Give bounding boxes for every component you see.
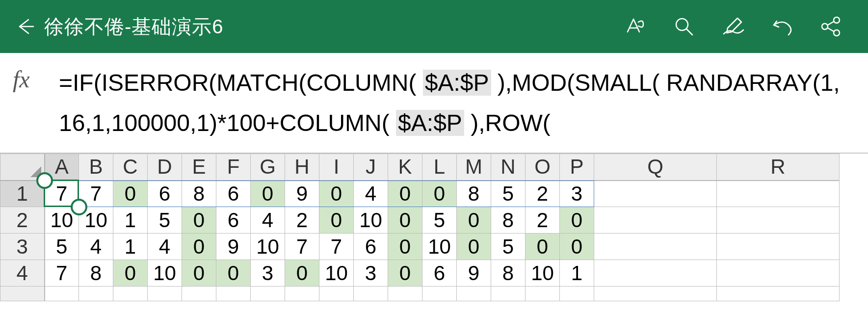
cell[interactable]: 0 (526, 234, 560, 260)
cell[interactable] (388, 287, 422, 301)
row-header[interactable]: 2 (0, 207, 45, 234)
cell[interactable]: 4 (251, 207, 285, 234)
cell[interactable]: 5 (45, 234, 79, 260)
cell[interactable]: 0 (388, 207, 422, 234)
cell[interactable]: 0 (388, 234, 422, 260)
cell[interactable]: 8 (491, 260, 526, 287)
row-header[interactable]: 4 (0, 260, 45, 287)
cell[interactable]: 0 (560, 234, 594, 260)
cell[interactable]: 8 (182, 181, 216, 207)
cell[interactable] (79, 287, 113, 301)
undo-button[interactable] (770, 14, 794, 39)
cell[interactable]: 3 (560, 181, 594, 207)
cell[interactable]: 0 (388, 181, 422, 207)
cell[interactable] (319, 287, 354, 301)
cell[interactable]: 3 (354, 260, 388, 287)
row-header[interactable] (0, 287, 45, 301)
cell[interactable]: 4 (148, 234, 182, 260)
column-header[interactable]: M (457, 154, 491, 181)
cell[interactable] (216, 287, 251, 301)
cell[interactable]: 0 (388, 260, 422, 287)
column-header[interactable]: D (148, 154, 182, 181)
cell[interactable] (594, 234, 717, 260)
cell[interactable]: 7 (319, 234, 354, 260)
cell[interactable] (491, 287, 526, 301)
cell[interactable]: 6 (422, 260, 457, 287)
column-header[interactable]: Q (594, 154, 717, 181)
cell[interactable]: 10 (251, 234, 285, 260)
cell[interactable]: 4 (354, 181, 388, 207)
column-header[interactable]: G (251, 154, 285, 181)
search-button[interactable] (672, 14, 696, 39)
column-header[interactable]: H (285, 154, 319, 181)
row-header[interactable]: 3 (0, 234, 45, 260)
cell[interactable] (717, 287, 840, 301)
formula-input[interactable]: =IF(ISERROR(MATCH(COLUMN( $A:$P ),MOD(SM… (49, 53, 868, 153)
cell[interactable]: 8 (491, 207, 526, 234)
cell[interactable]: 7 (45, 260, 79, 287)
cell[interactable] (717, 181, 840, 207)
column-header[interactable]: K (388, 154, 422, 181)
cell[interactable]: 9 (216, 234, 251, 260)
draw-button[interactable] (721, 14, 745, 39)
cell[interactable] (594, 181, 717, 207)
cell[interactable]: 0 (182, 234, 216, 260)
cell[interactable]: 0 (319, 181, 354, 207)
column-header[interactable]: I (319, 154, 354, 181)
cell[interactable]: 0 (182, 260, 216, 287)
cell[interactable]: 10 (354, 207, 388, 234)
cell[interactable]: 0 (457, 207, 491, 234)
cell[interactable]: 2 (285, 207, 319, 234)
column-header[interactable]: E (182, 154, 216, 181)
cell[interactable] (717, 207, 840, 234)
row-header[interactable]: 1 (0, 181, 45, 207)
cell[interactable] (560, 287, 594, 301)
cell[interactable] (182, 287, 216, 301)
select-all-corner[interactable] (0, 154, 45, 181)
cell[interactable]: 0 (422, 181, 457, 207)
cell[interactable]: 3 (251, 260, 285, 287)
cell[interactable] (717, 260, 840, 287)
column-header[interactable]: J (354, 154, 388, 181)
cell[interactable]: 5 (491, 181, 526, 207)
column-header[interactable]: B (79, 154, 113, 181)
cell[interactable] (113, 287, 148, 301)
cell[interactable]: 1 (113, 234, 148, 260)
cell[interactable] (526, 287, 560, 301)
cell[interactable]: 0 (113, 181, 148, 207)
cell[interactable] (717, 234, 840, 260)
cell[interactable]: 10 (45, 207, 79, 234)
cell[interactable]: 0 (285, 260, 319, 287)
cell[interactable]: 0 (251, 181, 285, 207)
cell[interactable]: 10 (526, 260, 560, 287)
column-header[interactable]: P (560, 154, 594, 181)
cell[interactable]: 0 (113, 260, 148, 287)
cell[interactable]: 6 (216, 181, 251, 207)
cell[interactable] (594, 260, 717, 287)
column-header[interactable]: A (45, 154, 79, 181)
cell[interactable] (251, 287, 285, 301)
cell[interactable] (594, 207, 717, 234)
column-header[interactable]: N (491, 154, 526, 181)
cell[interactable] (422, 287, 457, 301)
cell[interactable]: 1 (560, 260, 594, 287)
cell[interactable]: 6 (354, 234, 388, 260)
cell[interactable] (594, 287, 717, 301)
cell[interactable]: 9 (457, 260, 491, 287)
cell[interactable]: 4 (79, 234, 113, 260)
text-format-button[interactable] (623, 14, 647, 39)
cell[interactable]: 5 (422, 207, 457, 234)
cell[interactable]: 0 (182, 207, 216, 234)
cell[interactable]: 10 (319, 260, 354, 287)
cell[interactable]: 5 (148, 207, 182, 234)
column-header[interactable]: O (526, 154, 560, 181)
cell[interactable]: 2 (526, 181, 560, 207)
cell[interactable]: 10 (422, 234, 457, 260)
column-header[interactable]: L (422, 154, 457, 181)
cell[interactable] (457, 287, 491, 301)
cell[interactable]: 6 (216, 207, 251, 234)
cell[interactable] (45, 287, 79, 301)
cell[interactable]: 8 (457, 181, 491, 207)
share-button[interactable] (819, 14, 843, 39)
cell[interactable]: 1 (113, 207, 148, 234)
